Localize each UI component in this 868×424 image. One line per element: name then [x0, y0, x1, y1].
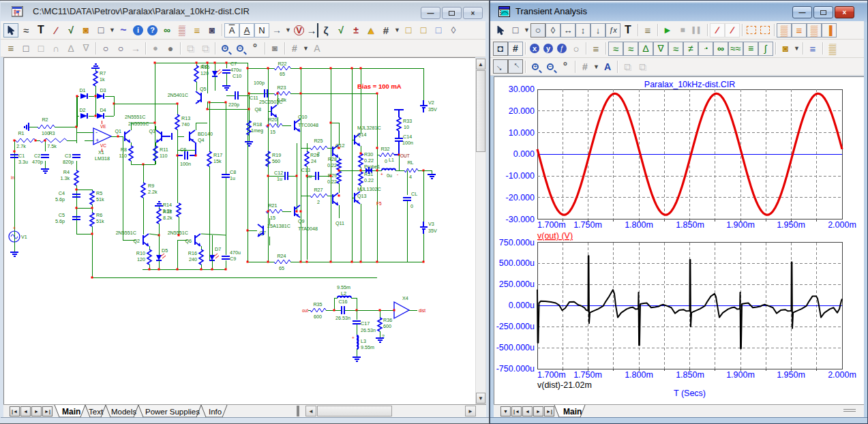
- svg-text:10.000: 10.000: [509, 128, 535, 138]
- svg-text:-10.000: -10.000: [506, 171, 535, 181]
- svg-text:500.000u: 500.000u: [499, 258, 535, 268]
- svg-text:1.800m: 1.800m: [625, 370, 653, 380]
- svg-text:1.900m: 1.900m: [726, 220, 755, 230]
- svg-text:20.000: 20.000: [509, 106, 535, 116]
- svg-text:T (Secs): T (Secs): [674, 389, 706, 398]
- svg-text:1.950m: 1.950m: [777, 370, 805, 380]
- svg-text:v(dist)-21.02m: v(dist)-21.02m: [537, 380, 592, 390]
- svg-text:v(out) (V): v(out) (V): [537, 231, 573, 241]
- svg-text:2.000m: 2.000m: [828, 220, 856, 230]
- svg-text:1.700m: 1.700m: [537, 370, 566, 380]
- svg-text:0.000: 0.000: [513, 149, 535, 159]
- svg-text:0.000u: 0.000u: [509, 301, 535, 310]
- svg-text:1.850m: 1.850m: [676, 370, 704, 380]
- svg-text:-750.000u: -750.000u: [496, 364, 535, 374]
- svg-text:30.000: 30.000: [509, 85, 535, 94]
- svg-text:750.000u: 750.000u: [499, 238, 535, 247]
- svg-text:-250.000u: -250.000u: [496, 322, 535, 331]
- svg-text:250.000u: 250.000u: [499, 279, 535, 289]
- svg-text:-20.000: -20.000: [506, 193, 535, 202]
- svg-text:1.750m: 1.750m: [573, 370, 602, 380]
- svg-text:2.000m: 2.000m: [828, 370, 856, 380]
- svg-text:Paralax_10kHz-dist.CIR: Paralax_10kHz-dist.CIR: [644, 80, 735, 89]
- svg-text:-500.000u: -500.000u: [496, 343, 535, 352]
- svg-text:1.900m: 1.900m: [726, 370, 755, 380]
- svg-text:-30.000: -30.000: [506, 215, 535, 224]
- svg-text:1.850m: 1.850m: [676, 220, 704, 230]
- svg-text:1.950m: 1.950m: [777, 220, 805, 230]
- svg-text:1.800m: 1.800m: [625, 220, 653, 230]
- svg-text:1.700m: 1.700m: [537, 220, 566, 230]
- svg-text:1.750m: 1.750m: [573, 220, 602, 230]
